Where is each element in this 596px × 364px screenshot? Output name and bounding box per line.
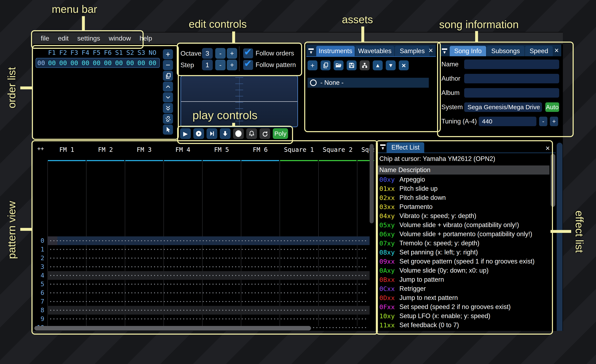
channel-volume-bar[interactable] — [125, 160, 163, 161]
system-select[interactable]: Sega Genesis/Mega Drive — [464, 102, 542, 112]
record-button[interactable] — [233, 128, 244, 139]
tab-wavetables[interactable]: Wavetables — [355, 46, 394, 56]
expand-channels-button[interactable]: ++ — [37, 145, 44, 152]
channel-header[interactable]: FM 3 — [125, 146, 164, 153]
order-cell[interactable]: 00 — [136, 59, 147, 67]
effect-list-scrollbar[interactable] — [551, 154, 555, 207]
close-icon[interactable]: × — [554, 46, 559, 55]
tab-song-info[interactable]: Song Info — [450, 46, 486, 56]
step-increase-button[interactable]: + — [227, 59, 237, 70]
channel-header[interactable]: FM 4 — [164, 146, 202, 153]
channel-header[interactable]: Square 1 — [280, 146, 318, 153]
save-instrument-button[interactable] — [347, 60, 357, 70]
channel-volume-bar[interactable] — [241, 160, 279, 161]
order-cell[interactable]: 00 — [113, 59, 125, 67]
window-menu-icon[interactable]: ▼ — [308, 48, 314, 54]
order-cell[interactable]: 00 — [125, 59, 136, 67]
effect-row[interactable]: 05xyVolume slide + vibrato (compatibilit… — [378, 220, 550, 230]
poly-mode-button[interactable]: Poly — [273, 128, 288, 139]
channel-volume-bar[interactable] — [87, 160, 124, 161]
song-author-input[interactable] — [464, 74, 559, 83]
order-cell[interactable]: 00 — [80, 59, 91, 67]
order-cell[interactable]: 00 — [147, 59, 158, 67]
step-decrease-button[interactable]: - — [215, 59, 226, 70]
move-asset-down-button[interactable]: ▼ — [386, 60, 396, 70]
pattern-row-cells[interactable] — [49, 306, 368, 314]
order-cell[interactable]: 00 — [102, 59, 113, 67]
move-order-up-button[interactable] — [163, 81, 173, 92]
tuning-input[interactable]: 440 — [479, 117, 536, 126]
pattern-row-cells[interactable] — [49, 314, 368, 323]
effect-row[interactable]: 11xxSet feedback (0 to 7) — [378, 320, 550, 330]
order-cell[interactable]: 00 — [91, 59, 102, 67]
pattern-row-cells[interactable] — [49, 254, 368, 262]
tab-speed[interactable]: Speed — [525, 46, 553, 56]
duplicate-order-button[interactable] — [163, 71, 173, 81]
deep-clone-order-button[interactable] — [163, 114, 173, 124]
close-icon[interactable]: × — [545, 144, 550, 153]
octave-decrease-button[interactable]: - — [215, 48, 226, 59]
order-cell[interactable]: 00 — [69, 59, 80, 67]
pattern-horizontal-scrollbar[interactable] — [34, 326, 311, 330]
channel-volume-bar[interactable] — [203, 160, 240, 161]
menu-file[interactable]: file — [37, 35, 54, 42]
menu-window[interactable]: window — [104, 35, 135, 42]
tab-samples[interactable]: Samples — [395, 46, 430, 56]
window-menu-icon[interactable]: ▼ — [380, 144, 386, 150]
effect-row[interactable]: 0AxyVolume slide (0y: down; x0: up) — [378, 266, 550, 275]
effect-row[interactable]: 03xxPortamento — [378, 202, 550, 211]
tab-instruments[interactable]: Instruments — [316, 46, 355, 56]
window-menu-icon[interactable]: ▼ — [441, 48, 448, 54]
effect-row[interactable]: 07xyTremolo (x: speed; y: depth) — [378, 239, 550, 248]
system-auto-button[interactable]: Auto — [545, 102, 559, 112]
pattern-row-cells[interactable] — [49, 280, 368, 289]
play-from-cursor-button[interactable] — [220, 128, 231, 139]
channel-header[interactable]: FM 5 — [202, 146, 241, 153]
song-name-input[interactable] — [464, 59, 559, 69]
pattern-row-cells[interactable] — [49, 297, 368, 306]
effect-row[interactable]: 10xySetup LFO (x: enable; y: speed) — [378, 312, 550, 320]
channel-header[interactable]: Square 2 — [318, 146, 357, 153]
effect-row[interactable]: 08xySet panning (x: left; y: right) — [378, 248, 550, 257]
effect-row[interactable]: 00xyArpeggio — [378, 175, 550, 184]
delete-asset-button[interactable]: × — [399, 60, 409, 70]
instrument-list-item-none[interactable]: - None - — [307, 78, 429, 88]
tuning-decrease-button[interactable]: - — [539, 117, 547, 126]
channel-header[interactable]: FM 2 — [86, 146, 125, 153]
step-value[interactable]: 1 — [202, 59, 213, 70]
menu-help[interactable]: help — [135, 35, 157, 42]
effect-row[interactable]: 09xxSet groove pattern (speed 1 if no gr… — [378, 257, 550, 266]
pattern-row-cells[interactable] — [49, 289, 368, 297]
channel-volume-bar[interactable] — [319, 160, 357, 161]
remove-order-button[interactable]: − — [163, 60, 173, 70]
follow-pattern-checkbox[interactable]: ✔ — [243, 60, 253, 70]
menu-settings[interactable]: settings — [73, 35, 104, 42]
effect-row[interactable]: 0BxxJump to pattern — [378, 275, 550, 284]
menu-edit[interactable]: edit — [54, 35, 73, 42]
effect-row[interactable]: 0CxxRetrigger — [378, 284, 550, 293]
octave-value[interactable]: 3 — [202, 48, 213, 59]
channel-header[interactable]: FM 1 — [47, 146, 86, 153]
effect-table-header[interactable]: Name Description — [378, 166, 550, 175]
close-icon[interactable]: × — [429, 46, 433, 55]
effect-row[interactable]: 04xyVibrato (x: speed; y: depth) — [378, 211, 550, 220]
metronome-button[interactable] — [246, 128, 257, 139]
order-cell[interactable]: 00 — [58, 59, 69, 67]
toggle-folders-button[interactable] — [360, 60, 370, 70]
channel-volume-bar[interactable] — [48, 160, 86, 161]
follow-orders-checkbox[interactable]: ✔ — [243, 48, 253, 58]
duplicate-instrument-button[interactable] — [320, 60, 330, 70]
channel-volume-bar[interactable] — [280, 160, 318, 161]
effect-row[interactable]: 01xxPitch slide up — [378, 184, 550, 193]
tab-subsongs[interactable]: Subsongs — [487, 46, 524, 56]
pattern-row-cells[interactable] — [49, 262, 368, 271]
order-row-selected[interactable]: 00 00 00 00 00 00 00 00 00 00 00 — [36, 58, 160, 68]
effect-row[interactable]: 0DxxJump to next pattern — [378, 293, 550, 302]
song-album-input[interactable] — [464, 88, 559, 98]
play-pattern-button[interactable] — [193, 128, 204, 139]
pattern-row-cells[interactable] — [49, 236, 368, 245]
octave-increase-button[interactable]: + — [227, 48, 237, 59]
pattern-row-cells[interactable] — [49, 271, 368, 280]
open-instrument-button[interactable] — [334, 60, 343, 70]
pattern-vertical-scrollbar[interactable] — [370, 144, 374, 223]
